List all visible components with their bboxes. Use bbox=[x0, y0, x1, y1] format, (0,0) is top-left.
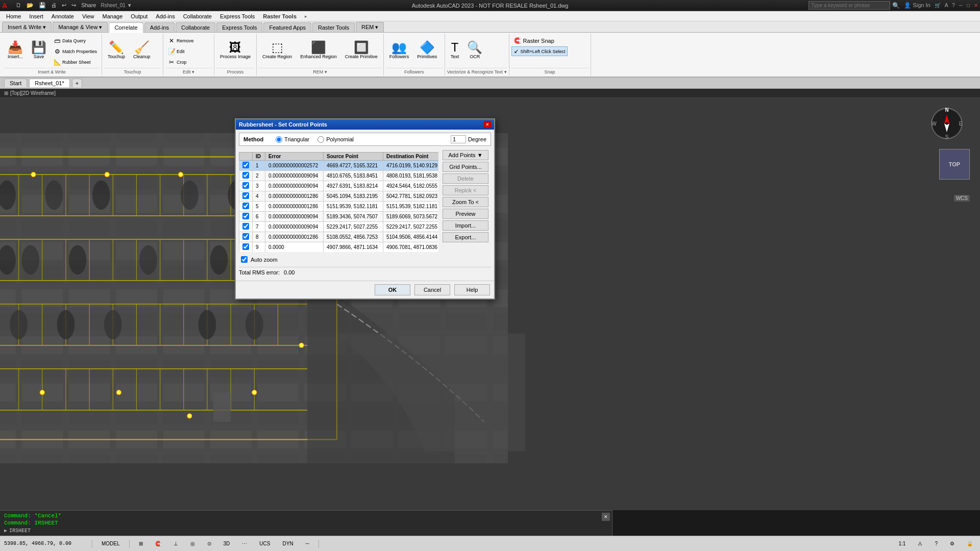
tab-manage-view[interactable]: Manage & View ▾ bbox=[53, 22, 108, 32]
row-checkbox[interactable] bbox=[242, 172, 249, 179]
create-primitive-btn[interactable]: 🔲 Create Primitive bbox=[341, 36, 381, 64]
row-checkbox[interactable] bbox=[242, 233, 249, 240]
signin-icon[interactable]: 👤 Sign In bbox=[904, 2, 930, 9]
save-qa-btn[interactable]: 💾 bbox=[37, 2, 47, 9]
row-checkbox[interactable] bbox=[242, 192, 249, 199]
table-row[interactable]: 2 0.0000000000009094 4810.6765, 5183.845… bbox=[239, 171, 439, 181]
menu-express[interactable]: Express Tools bbox=[216, 12, 259, 20]
status-lwt[interactable]: ─ bbox=[303, 540, 312, 547]
help-btn[interactable]: Help bbox=[454, 284, 490, 295]
add-points-btn[interactable]: Add Points ▼ bbox=[443, 150, 488, 160]
points-table-container[interactable]: ID Error Source Point Destination Point … bbox=[239, 150, 438, 252]
rubber-sheet-btn[interactable]: 📐 Rubber Sheet bbox=[51, 57, 100, 67]
touchup-btn[interactable]: ✏️ Touchup bbox=[104, 36, 129, 64]
status-snap[interactable]: 🧲 bbox=[152, 540, 164, 547]
compass[interactable]: N S W E bbox=[929, 106, 965, 141]
export-btn[interactable]: Export... bbox=[443, 232, 488, 242]
status-zoom[interactable]: 1:1 bbox=[896, 540, 909, 547]
new-btn[interactable]: 🗋 bbox=[14, 2, 23, 9]
status-ducs[interactable]: UCS bbox=[256, 540, 273, 547]
row-checkbox[interactable] bbox=[242, 203, 249, 209]
radio-triangular[interactable]: Triangular bbox=[276, 136, 309, 143]
status-settings[interactable]: ⚙ bbox=[947, 540, 958, 547]
menu-manage[interactable]: Manage bbox=[99, 12, 127, 20]
wcs-label[interactable]: WCS bbox=[954, 195, 970, 202]
degree-input[interactable] bbox=[451, 135, 466, 143]
menu-output[interactable]: Output bbox=[127, 12, 152, 20]
menu-annotate[interactable]: Annotate bbox=[47, 12, 78, 20]
enhanced-region-btn[interactable]: ⬛ Enhanced Region bbox=[297, 36, 340, 64]
table-row[interactable]: 5 0.0000000000001286 5151.9539, 5182.118… bbox=[239, 202, 439, 212]
table-row[interactable]: 1 0.0000000000002572 4669.4727, 5165.322… bbox=[239, 161, 439, 171]
row-checkbox[interactable] bbox=[242, 223, 249, 230]
radio-triangular-input[interactable] bbox=[276, 136, 282, 143]
status-grid[interactable]: ⊞ bbox=[136, 540, 146, 547]
table-row[interactable]: 6 0.0000000000009094 5189.3436, 5074.750… bbox=[239, 212, 439, 222]
rubbersheet-dialog[interactable]: Rubbersheet - Set Control Points ✕ Metho… bbox=[235, 118, 495, 299]
row-checkbox[interactable] bbox=[242, 243, 249, 250]
table-row[interactable]: 4 0.0000000000001286 5045.1094, 5183.219… bbox=[239, 191, 439, 202]
grid-points-btn[interactable]: Grid Points... bbox=[443, 162, 488, 172]
table-row[interactable]: 7 0.0000000000009094 5229.2417, 5027.225… bbox=[239, 222, 439, 232]
dialog-close-btn[interactable]: ✕ bbox=[484, 121, 491, 128]
primitives-btn[interactable]: 🔷 Primitives bbox=[413, 36, 440, 64]
menu-home[interactable]: Home bbox=[2, 12, 25, 20]
crop-btn[interactable]: ✂ Crop bbox=[165, 57, 197, 67]
repick-btn[interactable]: Repick < bbox=[443, 185, 488, 195]
viewport[interactable]: N S W E TOP WCS Rubbersheet - Set Contro… bbox=[0, 98, 980, 510]
tab-addins[interactable]: Add-ins bbox=[144, 22, 175, 32]
row-checkbox[interactable] bbox=[242, 182, 249, 189]
ocr-btn[interactable]: 🔍 OCR bbox=[463, 36, 486, 64]
table-row[interactable]: 9 0.0000 4907.9866, 4871.1634 4906.7081,… bbox=[239, 242, 439, 253]
tab-rsheet[interactable]: Rsheet_01* bbox=[29, 79, 70, 87]
auto-zoom-label[interactable]: Auto zoom bbox=[251, 257, 278, 263]
status-notification[interactable]: ⚠ bbox=[915, 540, 925, 547]
tab-collaborate[interactable]: Collaborate bbox=[176, 22, 215, 32]
tab-featured-apps[interactable]: Featured Apps bbox=[263, 22, 311, 32]
radio-polynomial-input[interactable] bbox=[317, 136, 324, 143]
insert-btn[interactable]: 📥 Insert... bbox=[4, 36, 27, 64]
nav-cube[interactable]: TOP bbox=[934, 144, 975, 185]
search-input[interactable] bbox=[808, 1, 890, 10]
cleanup-btn[interactable]: 🧹 Cleanup bbox=[130, 36, 154, 64]
edit-btn[interactable]: 📝 Edit bbox=[165, 46, 197, 57]
tab-insert-write[interactable]: Insert & Write ▾ bbox=[2, 22, 52, 32]
tab-add[interactable]: + bbox=[72, 79, 82, 87]
menu-view[interactable]: View bbox=[78, 12, 99, 20]
nav-cube-top[interactable]: TOP bbox=[939, 149, 970, 180]
menu-raster[interactable]: Raster Tools bbox=[259, 12, 301, 20]
status-ortho[interactable]: ⊥ bbox=[170, 540, 181, 547]
zoom-to-btn[interactable]: Zoom To < bbox=[443, 197, 488, 207]
delete-btn[interactable]: Delete bbox=[443, 173, 488, 184]
help-icon[interactable]: ? bbox=[952, 3, 955, 8]
row-checkbox[interactable] bbox=[242, 162, 249, 168]
tab-raster-tools[interactable]: Raster Tools bbox=[312, 22, 355, 32]
radio-polynomial[interactable]: Polynomial bbox=[317, 136, 354, 143]
preview-btn[interactable]: Preview bbox=[443, 209, 488, 219]
status-model[interactable]: MODEL bbox=[99, 540, 123, 547]
create-region-btn[interactable]: ⬚ Create Region bbox=[259, 36, 296, 64]
raster-snap-btn[interactable]: 🧲 Raster Snap bbox=[511, 36, 557, 45]
menu-collaborate[interactable]: Collaborate bbox=[179, 12, 216, 20]
maximize-btn[interactable]: □ bbox=[967, 3, 970, 8]
import-btn[interactable]: Import... bbox=[443, 220, 488, 231]
autodesk-icon[interactable]: A bbox=[945, 3, 948, 8]
status-dyn[interactable]: DYN bbox=[279, 540, 296, 547]
tab-rem[interactable]: REM ▾ bbox=[356, 22, 384, 32]
tab-start[interactable]: Start bbox=[4, 79, 27, 87]
table-row[interactable]: 3 0.0000000000009094 4927.6391, 5183.821… bbox=[239, 181, 439, 191]
menu-addins[interactable]: Add-ins bbox=[152, 12, 179, 20]
tab-correlate[interactable]: Correlate bbox=[109, 22, 143, 33]
text-btn[interactable]: T Text bbox=[447, 36, 463, 64]
status-osnap[interactable]: ⊙ bbox=[204, 540, 214, 547]
close-btn[interactable]: ✕ bbox=[974, 3, 978, 8]
marketplace-icon[interactable]: 🛒 bbox=[935, 3, 941, 8]
save-btn[interactable]: 💾 Save bbox=[28, 36, 50, 64]
shift-left-btn[interactable]: ↙ Shift+Left Click Select bbox=[511, 46, 568, 56]
search-icon[interactable]: 🔍 bbox=[892, 2, 900, 9]
followers-btn[interactable]: 👥 Followers bbox=[386, 36, 413, 64]
row-checkbox[interactable] bbox=[242, 213, 249, 219]
overflow-arrow[interactable]: ▸ bbox=[301, 13, 311, 20]
share-btn[interactable]: Share bbox=[80, 2, 97, 9]
table-row[interactable]: 8 0.0000000000001286 5108.0552, 4856.725… bbox=[239, 232, 439, 242]
